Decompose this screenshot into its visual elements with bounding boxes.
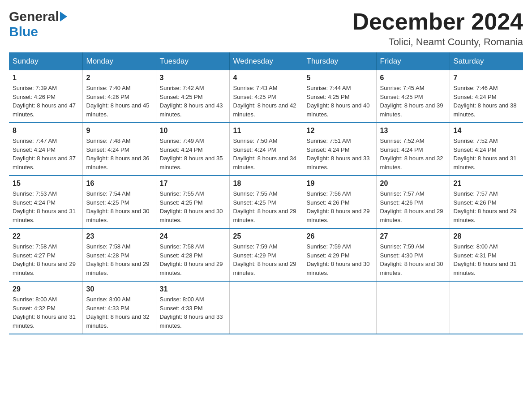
daylight-label: Daylight: 8 hours and 36 minutes. — [86, 155, 150, 171]
calendar-day-cell: 6 Sunrise: 7:45 AM Sunset: 4:25 PM Dayli… — [376, 70, 450, 123]
daylight-label: Daylight: 8 hours and 30 minutes. — [86, 208, 150, 223]
calendar-day-cell: 2 Sunrise: 7:40 AM Sunset: 4:26 PM Dayli… — [82, 70, 156, 123]
daylight-label: Daylight: 8 hours and 34 minutes. — [233, 155, 296, 171]
day-number: 6 — [380, 74, 446, 82]
day-number: 31 — [160, 285, 226, 293]
day-info: Sunrise: 7:40 AM Sunset: 4:26 PM Dayligh… — [86, 84, 152, 119]
calendar-day-cell: 17 Sunrise: 7:55 AM Sunset: 4:25 PM Dayl… — [156, 176, 229, 228]
day-info: Sunrise: 7:52 AM Sunset: 4:24 PM Dayligh… — [454, 137, 520, 171]
day-number: 20 — [380, 180, 446, 188]
sunset-label: Sunset: 4:24 PM — [160, 146, 203, 153]
daylight-label: Daylight: 8 hours and 33 minutes. — [160, 313, 223, 329]
sunrise-label: Sunrise: 7:43 AM — [233, 85, 278, 91]
day-info: Sunrise: 7:45 AM Sunset: 4:25 PM Dayligh… — [380, 84, 446, 119]
sunset-label: Sunset: 4:25 PM — [160, 94, 203, 100]
day-info: Sunrise: 7:54 AM Sunset: 4:25 PM Dayligh… — [86, 189, 152, 224]
sunset-label: Sunset: 4:26 PM — [454, 199, 497, 206]
sunset-label: Sunset: 4:24 PM — [13, 146, 56, 153]
day-number: 15 — [13, 180, 79, 188]
day-info: Sunrise: 7:48 AM Sunset: 4:24 PM Dayligh… — [86, 137, 152, 171]
sunrise-label: Sunrise: 7:53 AM — [13, 190, 57, 197]
calendar-table: SundayMondayTuesdayWednesdayThursdayFrid… — [9, 52, 523, 334]
daylight-label: Daylight: 8 hours and 29 minutes. — [13, 261, 76, 276]
calendar-day-cell: 14 Sunrise: 7:52 AM Sunset: 4:24 PM Dayl… — [450, 123, 523, 176]
calendar-day-cell: 8 Sunrise: 7:47 AM Sunset: 4:24 PM Dayli… — [9, 123, 82, 176]
sunset-label: Sunset: 4:25 PM — [160, 199, 203, 206]
sunrise-label: Sunrise: 7:54 AM — [86, 190, 131, 197]
sunset-label: Sunset: 4:33 PM — [86, 305, 129, 312]
day-number: 2 — [86, 74, 152, 82]
calendar-day-cell: 3 Sunrise: 7:42 AM Sunset: 4:25 PM Dayli… — [156, 70, 229, 123]
calendar-day-cell: 4 Sunrise: 7:43 AM Sunset: 4:25 PM Dayli… — [229, 70, 303, 123]
logo-arrow-icon — [60, 12, 67, 21]
day-number: 28 — [454, 232, 520, 240]
daylight-label: Daylight: 8 hours and 29 minutes. — [380, 208, 443, 223]
sunset-label: Sunset: 4:32 PM — [13, 305, 56, 312]
daylight-label: Daylight: 8 hours and 42 minutes. — [233, 102, 296, 118]
calendar-day-cell: 26 Sunrise: 7:59 AM Sunset: 4:29 PM Dayl… — [303, 228, 376, 281]
day-number: 12 — [307, 127, 373, 135]
calendar-day-cell: 31 Sunrise: 8:00 AM Sunset: 4:33 PM Dayl… — [156, 281, 229, 334]
day-number: 24 — [160, 232, 226, 240]
sunset-label: Sunset: 4:24 PM — [307, 146, 350, 153]
day-number: 16 — [86, 180, 152, 188]
page-header: General Blue December 2024 Tolici, Neamt… — [9, 9, 523, 48]
calendar-day-cell: 11 Sunrise: 7:50 AM Sunset: 4:24 PM Dayl… — [229, 123, 303, 176]
daylight-label: Daylight: 8 hours and 47 minutes. — [13, 102, 76, 118]
day-info: Sunrise: 7:47 AM Sunset: 4:24 PM Dayligh… — [13, 137, 79, 171]
day-info: Sunrise: 7:59 AM Sunset: 4:29 PM Dayligh… — [233, 242, 299, 277]
sunrise-label: Sunrise: 7:58 AM — [13, 243, 57, 250]
calendar-day-cell: 10 Sunrise: 7:49 AM Sunset: 4:24 PM Dayl… — [156, 123, 229, 176]
daylight-label: Daylight: 8 hours and 31 minutes. — [13, 208, 76, 223]
day-info: Sunrise: 7:43 AM Sunset: 4:25 PM Dayligh… — [233, 84, 299, 119]
daylight-label: Daylight: 8 hours and 40 minutes. — [307, 102, 370, 118]
day-number: 26 — [307, 232, 373, 240]
month-title: December 2024 — [352, 9, 523, 34]
calendar-day-cell: 24 Sunrise: 7:58 AM Sunset: 4:28 PM Dayl… — [156, 228, 229, 281]
calendar-day-cell: 20 Sunrise: 7:57 AM Sunset: 4:26 PM Dayl… — [376, 176, 450, 228]
sunset-label: Sunset: 4:25 PM — [233, 199, 276, 206]
day-of-week-header: Monday — [82, 52, 156, 70]
day-info: Sunrise: 7:57 AM Sunset: 4:26 PM Dayligh… — [454, 189, 520, 224]
sunrise-label: Sunrise: 8:00 AM — [454, 243, 498, 250]
calendar-week-row: 29 Sunrise: 8:00 AM Sunset: 4:32 PM Dayl… — [9, 281, 523, 334]
daylight-label: Daylight: 8 hours and 32 minutes. — [380, 155, 443, 171]
day-info: Sunrise: 7:49 AM Sunset: 4:24 PM Dayligh… — [160, 137, 226, 171]
sunrise-label: Sunrise: 7:55 AM — [160, 190, 204, 197]
sunrise-label: Sunrise: 8:00 AM — [13, 296, 57, 303]
calendar-day-cell — [376, 281, 450, 334]
calendar-day-cell — [229, 281, 303, 334]
day-info: Sunrise: 7:58 AM Sunset: 4:27 PM Dayligh… — [13, 242, 79, 277]
sunrise-label: Sunrise: 7:59 AM — [307, 243, 351, 250]
daylight-label: Daylight: 8 hours and 38 minutes. — [454, 102, 517, 118]
sunrise-label: Sunrise: 7:58 AM — [86, 243, 131, 250]
daylight-label: Daylight: 8 hours and 31 minutes. — [454, 261, 517, 276]
day-number: 18 — [233, 180, 299, 188]
calendar-day-cell: 30 Sunrise: 8:00 AM Sunset: 4:33 PM Dayl… — [82, 281, 156, 334]
calendar-day-cell: 28 Sunrise: 8:00 AM Sunset: 4:31 PM Dayl… — [450, 228, 523, 281]
sunset-label: Sunset: 4:26 PM — [13, 94, 56, 100]
day-info: Sunrise: 7:39 AM Sunset: 4:26 PM Dayligh… — [13, 84, 79, 119]
sunrise-label: Sunrise: 7:44 AM — [307, 85, 351, 91]
sunset-label: Sunset: 4:25 PM — [307, 94, 350, 100]
daylight-label: Daylight: 8 hours and 29 minutes. — [86, 261, 150, 276]
day-info: Sunrise: 7:59 AM Sunset: 4:30 PM Dayligh… — [380, 242, 446, 277]
sunset-label: Sunset: 4:24 PM — [380, 146, 423, 153]
calendar-day-cell: 21 Sunrise: 7:57 AM Sunset: 4:26 PM Dayl… — [450, 176, 523, 228]
day-number: 3 — [160, 74, 226, 82]
day-number: 25 — [233, 232, 299, 240]
day-info: Sunrise: 7:50 AM Sunset: 4:24 PM Dayligh… — [233, 137, 299, 171]
sunrise-label: Sunrise: 7:52 AM — [380, 137, 425, 144]
calendar-week-row: 8 Sunrise: 7:47 AM Sunset: 4:24 PM Dayli… — [9, 123, 523, 176]
day-number: 19 — [307, 180, 373, 188]
calendar-day-cell: 22 Sunrise: 7:58 AM Sunset: 4:27 PM Dayl… — [9, 228, 82, 281]
daylight-label: Daylight: 8 hours and 29 minutes. — [160, 261, 223, 276]
logo-general-text: General — [9, 9, 59, 24]
calendar-day-cell — [303, 281, 376, 334]
day-number: 27 — [380, 232, 446, 240]
calendar-day-cell: 29 Sunrise: 8:00 AM Sunset: 4:32 PM Dayl… — [9, 281, 82, 334]
sunset-label: Sunset: 4:25 PM — [380, 94, 423, 100]
day-info: Sunrise: 7:55 AM Sunset: 4:25 PM Dayligh… — [160, 189, 226, 224]
sunset-label: Sunset: 4:24 PM — [13, 199, 56, 206]
sunset-label: Sunset: 4:29 PM — [307, 252, 350, 259]
